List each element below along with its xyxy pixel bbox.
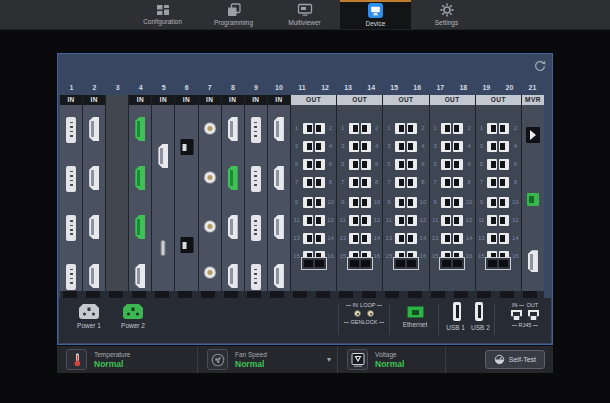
rj45-jack-icon [528, 310, 539, 320]
power-inlet-icon [77, 303, 101, 320]
out-port-row: 1112 [337, 214, 382, 226]
out-port-row: 56 [430, 158, 475, 170]
slot-number: 12 [314, 82, 337, 93]
tab-configuration[interactable]: Configuration [127, 0, 198, 29]
port-number: 5 [385, 158, 393, 170]
slot-tag-label: OUT [291, 95, 336, 105]
slot-card-10: IN [268, 95, 290, 291]
divider [389, 304, 390, 335]
db-connector [251, 117, 261, 143]
out-port [487, 141, 497, 152]
port-number: 5 [431, 158, 439, 170]
port-number: 14 [327, 232, 335, 244]
slot-card-13-14: OUT12345678910111213141516 [337, 95, 382, 291]
fan-icon [207, 349, 228, 370]
slot-card-1: IN [60, 95, 82, 291]
db-connector [251, 264, 261, 290]
card-body [106, 95, 128, 291]
rj45-group: INOUT RJ45 [499, 302, 551, 328]
port-number: 15 [293, 250, 301, 262]
status-bar: Temperature Normal Fan Speed Normal [57, 346, 553, 373]
hdmi-connector [89, 166, 99, 190]
out-port [441, 123, 451, 134]
port-number: 6 [327, 158, 335, 170]
port-number: 9 [477, 196, 485, 208]
hdmi-connector [228, 264, 238, 288]
card-body [152, 105, 174, 291]
usb-group: USB 1 USB 2 [441, 302, 495, 331]
slot-tag-label: IN [268, 95, 290, 105]
card-rail [60, 291, 544, 298]
out-port-row: 12 [291, 122, 336, 134]
out-port [453, 159, 463, 170]
genlock-in-label: IN [353, 302, 359, 308]
out-port [453, 177, 463, 188]
port-number: 10 [373, 196, 381, 208]
tab-device[interactable]: Device [340, 0, 411, 29]
ethernet-label: Ethernet [403, 321, 428, 328]
bnc-connector [203, 122, 216, 135]
port-number: 9 [293, 196, 301, 208]
usb-2-label: USB 2 [471, 324, 490, 331]
rj45-in-label: IN [512, 302, 518, 308]
port-number: 13 [431, 232, 439, 244]
slot-card-21: MVR [522, 95, 544, 291]
genlock-group: INLOOP GENLOCK [341, 302, 387, 325]
out-port [499, 197, 509, 208]
out-port [487, 197, 497, 208]
slot-card-6: IN [175, 95, 197, 291]
self-test-button[interactable]: Self-Test [485, 350, 545, 369]
tab-programming[interactable]: Programming [198, 0, 269, 29]
port-number: 13 [477, 232, 485, 244]
slot-card-8: IN [222, 95, 244, 291]
out-port [487, 159, 497, 170]
port-number: 11 [431, 214, 439, 226]
hdmi-connector [89, 117, 99, 141]
fan-speed-dropdown-caret[interactable]: ▾ [327, 355, 331, 364]
port-number: 10 [465, 196, 473, 208]
out-port-row: 34 [291, 140, 336, 152]
port-number: 5 [293, 158, 301, 170]
power-1: Power 1 [71, 303, 107, 329]
out-port [487, 215, 497, 226]
port-number: 12 [419, 214, 427, 226]
port-number: 14 [465, 232, 473, 244]
out-port-row: 910 [476, 196, 521, 208]
port-number: 2 [373, 122, 381, 134]
loop-connector [439, 257, 465, 270]
port-number: 4 [465, 140, 473, 152]
divider [494, 304, 495, 335]
port-number: 3 [477, 140, 485, 152]
out-port-row: 78 [430, 176, 475, 188]
top-tab-bar: Configuration Programming Multiviewer [0, 0, 610, 30]
tab-settings[interactable]: Settings [411, 0, 482, 29]
rj45-out-label: OUT [526, 302, 538, 308]
out-port [441, 141, 451, 152]
slot-tag-label: OUT [337, 95, 382, 105]
port-number: 1 [385, 122, 393, 134]
slot-number: 5 [152, 82, 175, 93]
out-port [395, 197, 405, 208]
hdmi-connector [158, 144, 168, 168]
port-number: 12 [511, 214, 519, 226]
out-port-row: 1112 [430, 214, 475, 226]
hdmi-connector [228, 166, 238, 190]
usb-port-icon [475, 302, 483, 321]
slot-card-2: IN [83, 95, 105, 291]
tab-multiviewer[interactable]: Multiviewer [269, 0, 340, 29]
out-port [407, 123, 417, 134]
out-port-row: 12 [337, 122, 382, 134]
refresh-icon[interactable] [533, 59, 546, 72]
temperature-value: Normal [94, 359, 131, 369]
port-number: 16 [511, 250, 519, 262]
slot-card-15-16: OUT12345678910111213141516 [383, 95, 428, 291]
out-port-row: 1314 [337, 232, 382, 244]
slot-card-5: IN [152, 95, 174, 291]
slot-number: 19 [475, 82, 498, 93]
out-port [395, 123, 405, 134]
out-port [349, 141, 359, 152]
out-port [303, 197, 313, 208]
card-body [268, 105, 290, 291]
device-monitor-icon [368, 3, 383, 18]
port-number: 8 [419, 176, 427, 188]
